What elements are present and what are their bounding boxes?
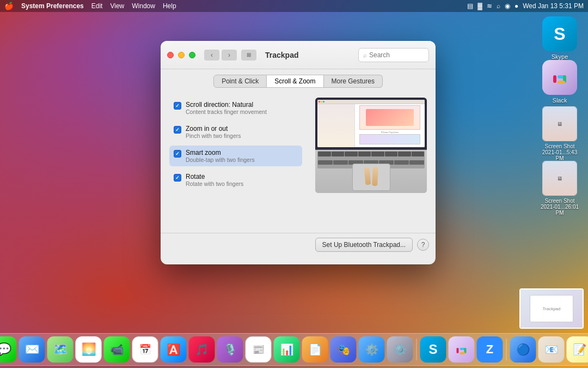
svg-rect-0	[553, 75, 556, 83]
menubar-clock: Wed Jan 13 5:31 PM	[523, 2, 584, 10]
dock-finder2[interactable]: 🔵	[510, 336, 536, 363]
rotate-text: Rotate Rotate with two fingers	[186, 173, 243, 187]
dock-mail2[interactable]: 📧	[538, 336, 565, 363]
search-icon: ⌕	[363, 52, 367, 58]
dock-mail[interactable]: ✉️	[19, 336, 45, 363]
preview-thumb-content: Trackpad	[520, 289, 583, 328]
help-menu[interactable]: Help	[163, 2, 176, 10]
dock-pages[interactable]: 📄	[302, 336, 328, 363]
grid-view-button[interactable]: ⊞	[241, 50, 256, 61]
menubar-battery-icon[interactable]: ▓	[477, 2, 482, 10]
screenshot2-desktop-icon[interactable]: 🖥 Screen Shot2021-01...26:01 PM	[538, 161, 581, 216]
menubar-wifi-icon[interactable]: ▤	[467, 2, 473, 10]
window-maximize-button[interactable]	[189, 52, 195, 58]
search-input[interactable]	[369, 51, 424, 59]
back-button[interactable]: ‹	[204, 50, 219, 61]
zoom-title: Zoom in or out	[186, 125, 241, 132]
apple-menu[interactable]: 🍎	[4, 2, 14, 10]
search-box[interactable]: ⌕	[358, 48, 429, 62]
skype-icon: S	[542, 16, 577, 51]
dock-messages[interactable]: 💬	[0, 336, 17, 363]
smart-zoom-subtitle: Double-tap with two fingers	[186, 156, 255, 163]
dock-numbers[interactable]: 📊	[274, 336, 300, 363]
dock-keynote[interactable]: 🎭	[330, 336, 357, 363]
scroll-direction-text: Scroll direction: Natural Content tracks…	[186, 101, 267, 115]
menubar: 🍎 System Preferences Edit View Window He…	[0, 0, 588, 12]
smart-zoom-option: Smart zoom Double-tap with two fingers	[169, 146, 302, 166]
dock: 🔵 ⊞ 🧭 💬 ✉️ 🗺️ 🌅 📹 📅 🅰️ 🎵 🎙️ 📰 📊 📄 🎭 ⚙️ ⚙…	[0, 333, 588, 366]
dock-maps[interactable]: 🗺️	[47, 336, 74, 363]
rotate-checkbox[interactable]	[174, 174, 181, 182]
scroll-direction-title: Scroll direction: Natural	[186, 101, 267, 108]
zoom-checkbox[interactable]	[174, 126, 181, 134]
view-menu[interactable]: View	[110, 2, 124, 10]
svg-rect-6	[457, 348, 459, 353]
scroll-direction-checkbox[interactable]	[174, 102, 181, 110]
tab-more-gestures[interactable]: More Gestures	[324, 75, 383, 88]
dock-separator-2	[506, 339, 507, 360]
forward-button[interactable]: ›	[222, 50, 237, 61]
zoom-option: Zoom in or out Pinch with two fingers	[169, 122, 302, 142]
screenshot1-label: Screen Shot2021-01...5:43 PM	[538, 143, 581, 161]
rotate-option: Rotate Rotate with two fingers	[169, 170, 302, 190]
menubar-dot-icon[interactable]: ●	[514, 2, 518, 10]
svg-rect-9	[460, 352, 465, 354]
window-menu[interactable]: Window	[132, 2, 155, 10]
system-preferences-window: ‹ › ⊞ Trackpad ⌕ Point & Click Scroll & …	[161, 41, 436, 264]
edit-menu[interactable]: Edit	[91, 2, 103, 10]
dock-photos[interactable]: 🌅	[76, 336, 102, 363]
window-titlebar: ‹ › ⊞ Trackpad ⌕	[161, 41, 436, 69]
app-name-menu[interactable]: System Preferences	[21, 2, 84, 10]
skype-desktop-icon[interactable]: S Skype	[538, 16, 581, 60]
scroll-direction-option: Scroll direction: Natural Content tracks…	[169, 98, 302, 118]
skype-label: Skype	[552, 53, 568, 60]
menubar-search-icon[interactable]: ⌕	[497, 2, 500, 10]
menubar-screenshot-icon[interactable]: ◉	[505, 2, 510, 10]
rotate-title: Rotate	[186, 173, 243, 180]
tab-point-click[interactable]: Point & Click	[213, 75, 267, 88]
smart-zoom-text: Smart zoom Double-tap with two fingers	[186, 149, 255, 163]
dock-podcasts[interactable]: 🎙️	[217, 336, 243, 363]
screenshot2-icon: 🖥	[542, 161, 577, 196]
help-button[interactable]: ?	[417, 239, 429, 251]
slack-desktop-icon[interactable]: Slack	[538, 60, 581, 104]
dock-appstore[interactable]: 🅰️	[161, 336, 187, 363]
window-bottom-bar: Set Up Bluetooth Trackpad... ?	[161, 233, 436, 256]
preview-thumbnail: Trackpad	[519, 288, 584, 329]
dock-news[interactable]: 📰	[246, 336, 272, 363]
dock-slack[interactable]	[449, 336, 475, 363]
screenshot1-desktop-icon[interactable]: 🖥 Screen Shot2021-01...5:43 PM	[538, 106, 581, 161]
slack-icon	[542, 60, 577, 95]
dock-separator-1	[416, 339, 417, 360]
dock-system-preferences[interactable]: ⚙️	[387, 336, 413, 363]
options-list: Scroll direction: Natural Content tracks…	[169, 98, 309, 227]
dock-notes[interactable]: 📝	[567, 336, 589, 363]
slack-label: Slack	[553, 97, 567, 104]
dock-music[interactable]: 🎵	[189, 336, 215, 363]
screenshot2-label: Screen Shot2021-01...26:01 PM	[538, 198, 581, 216]
dock-calendar[interactable]: 📅	[132, 336, 158, 363]
smart-zoom-checkbox[interactable]	[174, 150, 181, 158]
window-minimize-button[interactable]	[178, 52, 185, 58]
smart-zoom-title: Smart zoom	[186, 149, 255, 156]
window-title: Trackpad	[265, 51, 298, 59]
screenshot1-icon: 🖥	[542, 106, 577, 141]
tab-scroll-zoom[interactable]: Scroll & Zoom	[267, 75, 323, 88]
tabs-bar: Point & Click Scroll & Zoom More Gesture…	[161, 69, 436, 92]
menubar-wifi2-icon[interactable]: ≋	[487, 2, 492, 10]
setup-bluetooth-button[interactable]: Set Up Bluetooth Trackpad...	[315, 238, 413, 252]
rotate-subtitle: Rotate with two fingers	[186, 180, 243, 187]
zoom-subtitle: Pinch with two fingers	[186, 132, 241, 139]
trackpad-preview: Piñatas Populares	[315, 98, 427, 193]
scroll-direction-subtitle: Content tracks finger movement	[186, 108, 267, 115]
svg-rect-3	[558, 81, 565, 84]
dock-zoom[interactable]: Z	[477, 336, 503, 363]
dock-facetime[interactable]: 📹	[104, 336, 130, 363]
zoom-text: Zoom in or out Pinch with two fingers	[186, 125, 241, 139]
window-close-button[interactable]	[167, 52, 174, 58]
dock-skype[interactable]: S	[420, 336, 446, 363]
dock-xcode[interactable]: ⚙️	[359, 336, 385, 363]
